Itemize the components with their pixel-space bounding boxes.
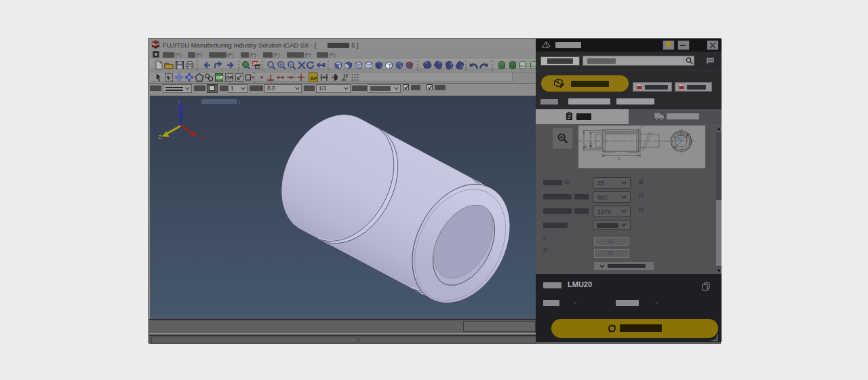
svg-text:X: X bbox=[200, 134, 204, 141]
svg-text:12: 12 bbox=[343, 73, 349, 78]
svg-text:L: L bbox=[618, 156, 621, 160]
svg-text:3D: 3D bbox=[256, 65, 261, 69]
svg-text:AP: AP bbox=[310, 75, 318, 81]
svg-text:GR: GR bbox=[226, 75, 234, 80]
svg-text:D: D bbox=[583, 145, 587, 149]
svg-text:dr: dr bbox=[677, 136, 682, 141]
svg-text:Z: Z bbox=[158, 134, 162, 140]
svg-text:1: 1 bbox=[238, 99, 241, 105]
svg-text:GR: GR bbox=[216, 75, 224, 80]
svg-text:Y: Y bbox=[177, 98, 181, 105]
svg-text:D1: D1 bbox=[589, 142, 593, 147]
